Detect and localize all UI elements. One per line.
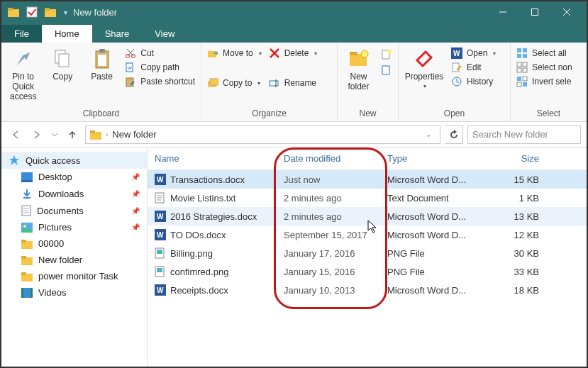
history-button[interactable]: History <box>451 76 496 87</box>
select-group-label: Select <box>516 107 581 120</box>
chevron-right-icon[interactable]: › <box>106 130 108 138</box>
sidebar-quick-access[interactable]: Quick access <box>1 152 147 169</box>
sidebar-item[interactable]: Pictures📌 <box>1 219 147 235</box>
sidebar-item-label: 00000 <box>38 238 64 249</box>
tab-home[interactable]: Home <box>42 25 92 43</box>
invert-selection-button[interactable]: Invert sele <box>516 76 572 87</box>
select-all-button[interactable]: Select all <box>516 48 572 59</box>
pin-to-quick-access-button[interactable]: Pin to Quick access <box>7 48 39 101</box>
easy-access-icon[interactable] <box>381 65 392 76</box>
sidebar-item[interactable]: Documents📌 <box>1 202 147 219</box>
file-row[interactable]: Billing.pngJanuary 17, 2016PNG File30 KB <box>148 244 587 262</box>
svg-rect-45 <box>523 68 527 72</box>
file-icon: W <box>155 174 166 185</box>
svg-rect-41 <box>523 54 527 58</box>
file-size: 30 KB <box>487 248 546 259</box>
address-dropdown-icon[interactable]: ⌄ <box>426 130 431 138</box>
new-folder-button[interactable]: New folder <box>343 48 374 91</box>
file-name: 2016 Strategies.docx <box>170 211 257 222</box>
cut-button[interactable]: Cut <box>125 48 195 59</box>
svg-rect-40 <box>517 54 521 58</box>
navigation-pane: Quick access Desktop📌Downloads📌Documents… <box>1 147 148 367</box>
up-button[interactable] <box>64 126 81 143</box>
minimize-button[interactable] <box>487 1 518 23</box>
sidebar-item[interactable]: New folder <box>1 252 147 268</box>
svg-rect-21 <box>208 51 216 57</box>
sidebar-item[interactable]: Desktop📌 <box>1 169 147 185</box>
file-date: January 15, 2016 <box>277 267 380 277</box>
svg-rect-4 <box>45 8 50 11</box>
copy-path-button[interactable]: wCopy path <box>125 62 195 73</box>
edit-button[interactable]: Edit <box>451 62 496 73</box>
tab-view[interactable]: View <box>142 25 187 43</box>
address-bar[interactable]: › New folder ⌄ <box>85 126 440 144</box>
svg-rect-12 <box>99 49 105 52</box>
sidebar-item[interactable]: 00000 <box>1 235 147 252</box>
address-folder-name: New folder <box>112 129 156 140</box>
open-button[interactable]: WOpen▾ <box>451 48 496 59</box>
new-group-label: New <box>343 107 392 120</box>
back-button[interactable] <box>7 126 24 143</box>
svg-rect-70 <box>30 288 33 298</box>
properties-button[interactable]: Properties ▾ <box>404 48 444 89</box>
svg-text:W: W <box>157 176 164 184</box>
sidebar-item-icon <box>21 255 33 265</box>
sidebar-item-icon <box>21 205 31 216</box>
paste-button[interactable]: Paste <box>86 48 118 82</box>
qat-folder-icon[interactable] <box>43 4 58 20</box>
copy-to-button[interactable]: Copy to▾ <box>207 77 262 89</box>
close-button[interactable] <box>550 1 582 23</box>
delete-button[interactable]: Delete▾ <box>269 48 318 59</box>
qat-dropdown-icon[interactable]: ▾ <box>64 9 67 16</box>
tab-share[interactable]: Share <box>92 25 143 43</box>
sidebar-item[interactable]: power monitor Task <box>1 268 147 284</box>
file-icon: W <box>155 229 166 240</box>
ribbon-tabs: File Home Share View <box>1 23 587 43</box>
file-row[interactable]: Movie Listins.txt2 minutes agoText Docum… <box>148 189 587 207</box>
quick-access-star-icon <box>9 155 20 166</box>
file-size: 18 KB <box>487 285 546 296</box>
svg-text:W: W <box>157 213 164 221</box>
file-type: Microsoft Word D... <box>380 211 487 222</box>
column-type[interactable]: Type <box>380 153 487 164</box>
move-to-button[interactable]: Move to▾ <box>207 48 262 59</box>
recent-locations-button[interactable] <box>50 126 60 143</box>
folder-icon <box>6 4 21 20</box>
file-row[interactable]: confimred.pngJanuary 15, 2016PNG File33 … <box>148 262 587 281</box>
sidebar-item[interactable]: Videos <box>1 284 147 301</box>
paste-shortcut-button[interactable]: Paste shortcut <box>125 76 195 87</box>
file-row[interactable]: W2016 Strategies.docx2 minutes agoMicros… <box>148 207 587 225</box>
file-size: 1 KB <box>487 193 546 203</box>
search-input[interactable]: Search New folder <box>467 126 581 144</box>
sidebar-item-icon <box>21 188 33 199</box>
copy-button[interactable]: Copy <box>46 48 78 82</box>
svg-rect-38 <box>517 48 521 52</box>
tab-file[interactable]: File <box>1 25 42 43</box>
sidebar-item-label: power monitor Task <box>38 271 118 281</box>
svg-rect-49 <box>523 82 527 87</box>
file-row[interactable]: WTO DOs.docxSeptember 15, 2017Microsoft … <box>148 225 587 244</box>
copy-label: Copy <box>52 72 72 82</box>
maximize-button[interactable] <box>518 1 550 23</box>
sidebar-item-icon <box>21 288 33 298</box>
column-size[interactable]: Size <box>487 153 546 164</box>
new-item-icon[interactable] <box>381 49 392 60</box>
svg-rect-46 <box>517 77 521 81</box>
sidebar-item-label: Pictures <box>38 222 72 233</box>
chevron-down-icon: ▾ <box>423 83 426 89</box>
file-date: January 10, 2013 <box>277 285 380 296</box>
refresh-button[interactable] <box>445 126 463 144</box>
rename-button[interactable]: Rename <box>269 77 318 89</box>
folder-icon <box>90 130 101 140</box>
column-name[interactable]: Name <box>148 153 277 164</box>
sidebar-item[interactable]: Downloads📌 <box>1 185 147 202</box>
file-row[interactable]: WTransactions.docxJust nowMicrosoft Word… <box>148 170 587 189</box>
qat-checkbox-icon[interactable] <box>24 4 40 20</box>
copy-to-icon <box>207 77 218 89</box>
select-none-button[interactable]: Select non <box>516 62 572 73</box>
forward-button[interactable] <box>28 126 45 143</box>
file-row[interactable]: WReceipts.docxJanuary 10, 2013Microsoft … <box>148 281 587 299</box>
window-title: New folder <box>73 7 117 18</box>
column-date-modified[interactable]: ⌄ Date modified <box>277 153 380 164</box>
file-name: TO DOs.docx <box>170 230 226 240</box>
